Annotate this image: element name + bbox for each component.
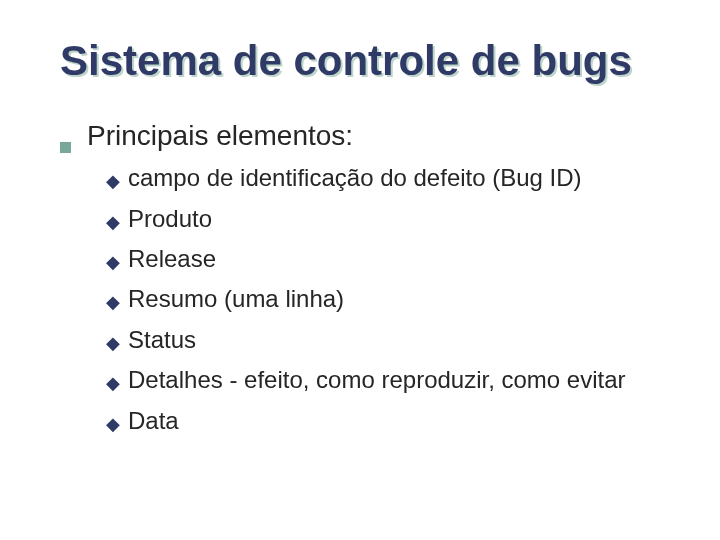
- diamond-bullet-icon: ◆: [106, 211, 120, 233]
- square-bullet-icon: [60, 142, 71, 153]
- level2-text: Data: [128, 405, 179, 437]
- diamond-bullet-icon: ◆: [106, 291, 120, 313]
- level2-text: Status: [128, 324, 196, 356]
- slide-body: Principais elementos: ◆ campo de identif…: [60, 120, 670, 437]
- level2-text: campo de identificação do defeito (Bug I…: [128, 162, 582, 194]
- level2-item: ◆ campo de identificação do defeito (Bug…: [106, 162, 670, 194]
- level2-item: ◆ Detalhes - efeito, como reproduzir, co…: [106, 364, 670, 396]
- level1-text: Principais elementos:: [87, 120, 353, 152]
- level1-item: Principais elementos:: [60, 120, 670, 152]
- level2-item: ◆ Data: [106, 405, 670, 437]
- level2-text: Detalhes - efeito, como reproduzir, como…: [128, 364, 626, 396]
- level2-item: ◆ Produto: [106, 203, 670, 235]
- level2-item: ◆ Resumo (uma linha): [106, 283, 670, 315]
- slide: Sistema de controle de bugs Sistema de c…: [0, 0, 720, 540]
- level2-item: ◆ Status: [106, 324, 670, 356]
- level2-list: ◆ campo de identificação do defeito (Bug…: [106, 162, 670, 437]
- diamond-bullet-icon: ◆: [106, 170, 120, 192]
- title-text: Sistema de controle de bugs: [60, 37, 632, 84]
- slide-title: Sistema de controle de bugs Sistema de c…: [60, 38, 670, 84]
- level2-text: Release: [128, 243, 216, 275]
- diamond-bullet-icon: ◆: [106, 332, 120, 354]
- level2-text: Produto: [128, 203, 212, 235]
- diamond-bullet-icon: ◆: [106, 372, 120, 394]
- level2-item: ◆ Release: [106, 243, 670, 275]
- diamond-bullet-icon: ◆: [106, 251, 120, 273]
- level2-text: Resumo (uma linha): [128, 283, 344, 315]
- diamond-bullet-icon: ◆: [106, 413, 120, 435]
